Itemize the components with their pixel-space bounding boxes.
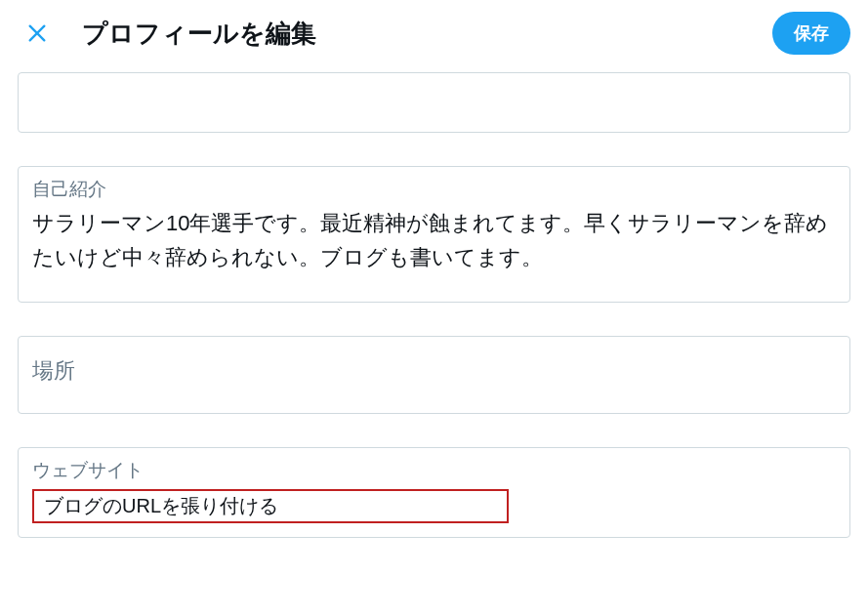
website-label: ウェブサイト — [32, 458, 836, 483]
website-field[interactable]: ウェブサイト — [18, 447, 850, 538]
save-button[interactable]: 保存 — [772, 12, 850, 55]
close-icon[interactable] — [18, 14, 57, 53]
website-input-highlight — [32, 489, 509, 523]
bio-field[interactable]: 自己紹介 サラリーマン10年選手です。最近精神が蝕まれてます。早くサラリーマンを… — [18, 166, 850, 303]
name-field[interactable] — [18, 72, 850, 133]
website-input[interactable] — [44, 495, 497, 517]
bio-label: 自己紹介 — [19, 167, 849, 206]
content-area: 自己紹介 サラリーマン10年選手です。最近精神が蝕まれてます。早くサラリーマンを… — [0, 72, 868, 538]
location-field[interactable]: 場所 — [18, 336, 850, 414]
page-title: プロフィールを編集 — [82, 17, 772, 51]
location-label: 場所 — [32, 356, 836, 386]
bio-value: サラリーマン10年選手です。最近精神が蝕まれてます。早くサラリーマンを辞めたいけ… — [19, 206, 849, 302]
header-bar: プロフィールを編集 保存 — [0, 0, 868, 72]
